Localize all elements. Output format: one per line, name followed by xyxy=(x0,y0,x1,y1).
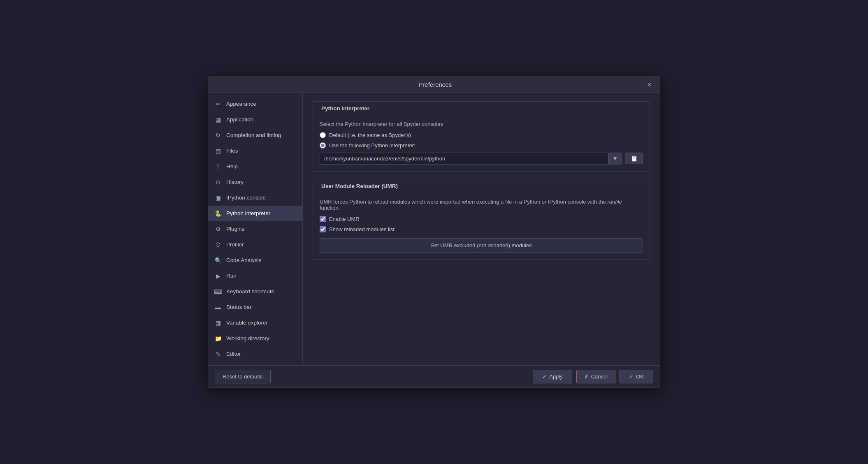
history-icon: ⊙ xyxy=(214,178,222,186)
python-interpreter-desc: Select the Python interpreter for all Sp… xyxy=(320,121,643,127)
show-reloaded-label: Show reloaded modules list xyxy=(329,226,395,232)
sidebar-label-history: History xyxy=(226,179,244,185)
sidebar-label-keyboard: Keyboard shortcuts xyxy=(226,288,274,295)
sidebar-item-appearance[interactable]: ✏Appearance xyxy=(208,96,302,112)
umr-desc-end: function. xyxy=(320,205,340,211)
sidebar-item-python-interpreter[interactable]: 🐍Python interpreter xyxy=(208,206,302,221)
sidebar-label-variable-explorer: Variable explorer xyxy=(226,320,268,326)
browse-button[interactable]: 📋 xyxy=(625,153,643,164)
dialog-title: Preferences xyxy=(225,81,645,88)
sidebar-item-code-analysis[interactable]: 🔍Code Analysis xyxy=(208,253,302,268)
sidebar-label-status-bar: Status bar xyxy=(226,304,252,310)
sidebar-item-completion[interactable]: ↻Completion and linting xyxy=(208,128,302,143)
radio-custom-label: Use the following Python interpreter: xyxy=(329,142,415,148)
set-excluded-button[interactable]: Set UMR excluded (not reloaded) modules xyxy=(320,238,643,253)
radio-default[interactable] xyxy=(320,132,326,138)
sidebar-item-working-directory[interactable]: 📁Working directory xyxy=(208,331,302,346)
enable-umr-row: Enable UMR xyxy=(320,216,643,222)
sidebar-label-help: Help xyxy=(226,163,238,169)
apply-label: Apply xyxy=(549,374,563,380)
sidebar-label-ipython: IPython console xyxy=(226,195,266,201)
sidebar-item-keyboard[interactable]: ⌨Keyboard shortcuts xyxy=(208,284,302,299)
radio-default-label: Default (i.e. the same as Spyder's) xyxy=(329,132,411,138)
path-input-wrapper: ▼ xyxy=(320,153,622,165)
umr-header: User Module Reloader (UMR) xyxy=(313,179,650,193)
sidebar-item-status-bar[interactable]: ▬Status bar xyxy=(208,299,302,315)
sidebar-item-profiler[interactable]: ⏱Profiler xyxy=(208,237,302,253)
sidebar-label-working-directory: Working directory xyxy=(226,335,269,341)
show-reloaded-checkbox[interactable] xyxy=(320,226,326,232)
umr-runfile: runfile xyxy=(607,199,622,205)
sidebar-item-editor[interactable]: ✎Editor xyxy=(208,346,302,362)
dialog-footer: Reset to defaults ✓ Apply ✗ Cancel ✓ OK xyxy=(208,365,660,387)
sidebar-label-completion: Completion and linting xyxy=(226,132,281,138)
path-dropdown-arrow[interactable]: ▼ xyxy=(608,153,621,164)
sidebar-item-ipython[interactable]: ▣IPython console xyxy=(208,190,302,206)
sidebar-item-variable-explorer[interactable]: ▦Variable explorer xyxy=(208,315,302,331)
sidebar-item-run[interactable]: ▶Run xyxy=(208,268,302,284)
sidebar-label-run: Run xyxy=(226,273,237,279)
umr-desc-text: UMR forces Python to reload modules whic… xyxy=(320,199,607,205)
appearance-icon: ✏ xyxy=(214,100,222,108)
ok-button[interactable]: ✓ OK xyxy=(620,370,653,383)
sidebar-label-appearance: Appearance xyxy=(226,101,256,107)
cancel-icon: ✗ xyxy=(584,374,589,380)
code-analysis-icon: 🔍 xyxy=(214,256,222,264)
umr-content: UMR forces Python to reload modules whic… xyxy=(313,193,650,259)
reset-defaults-button[interactable]: Reset to defaults xyxy=(215,370,271,383)
sidebar: ✏Appearance▦Application↻Completion and l… xyxy=(208,93,303,365)
editor-icon: ✎ xyxy=(214,350,222,358)
sidebar-label-editor: Editor xyxy=(226,351,241,357)
sidebar-item-files[interactable]: ▤Files xyxy=(208,143,302,159)
apply-icon: ✓ xyxy=(542,374,547,380)
sidebar-label-application: Application xyxy=(226,116,253,123)
cancel-label: Cancel xyxy=(591,374,608,380)
sidebar-item-application[interactable]: ▦Application xyxy=(208,112,302,128)
files-icon: ▤ xyxy=(214,147,222,155)
enable-umr-label: Enable UMR xyxy=(329,216,360,222)
footer-actions: ✓ Apply ✗ Cancel ✓ OK xyxy=(533,370,653,383)
dialog-body: ✏Appearance▦Application↻Completion and l… xyxy=(208,93,660,365)
sidebar-label-code-analysis: Code Analysis xyxy=(226,257,262,263)
sidebar-label-files: Files xyxy=(226,148,238,154)
status-bar-icon: ▬ xyxy=(214,303,222,311)
profiler-icon: ⏱ xyxy=(214,241,222,249)
titlebar: Preferences × xyxy=(208,77,660,93)
ok-label: OK xyxy=(636,374,644,380)
sidebar-item-help[interactable]: ?Help xyxy=(208,159,302,174)
python-interpreter-section: Python interpreter Select the Python int… xyxy=(313,101,650,172)
sidebar-label-profiler: Profiler xyxy=(226,241,244,248)
close-button[interactable]: × xyxy=(645,81,653,88)
run-icon: ▶ xyxy=(214,272,222,280)
cancel-button[interactable]: ✗ Cancel xyxy=(576,370,615,383)
radio-default-row: Default (i.e. the same as Spyder's) xyxy=(320,132,643,138)
sidebar-item-plugins[interactable]: ⚙Plugins xyxy=(208,221,302,237)
application-icon: ▦ xyxy=(214,116,222,124)
path-row: ▼ 📋 xyxy=(320,153,643,165)
enable-umr-checkbox[interactable] xyxy=(320,216,326,222)
umr-section: User Module Reloader (UMR) UMR forces Py… xyxy=(313,179,650,260)
radio-custom-row: Use the following Python interpreter: xyxy=(320,142,643,148)
ipython-icon: ▣ xyxy=(214,194,222,202)
variable-explorer-icon: ▦ xyxy=(214,319,222,327)
python-interpreter-content: Select the Python interpreter for all Sp… xyxy=(313,115,650,171)
keyboard-icon: ⌨ xyxy=(214,288,222,296)
preferences-dialog: Preferences × ✏Appearance▦Application↻Co… xyxy=(208,77,660,388)
sidebar-item-history[interactable]: ⊙History xyxy=(208,174,302,190)
umr-desc: UMR forces Python to reload modules whic… xyxy=(320,199,643,211)
working-directory-icon: 📁 xyxy=(214,334,222,343)
show-reloaded-row: Show reloaded modules list xyxy=(320,226,643,232)
python-interpreter-icon: 🐍 xyxy=(214,209,222,218)
interpreter-path-input[interactable] xyxy=(320,153,608,164)
ok-icon: ✓ xyxy=(629,374,634,380)
main-content: Python interpreter Select the Python int… xyxy=(303,93,660,365)
sidebar-label-plugins: Plugins xyxy=(226,226,244,232)
apply-button[interactable]: ✓ Apply xyxy=(533,370,572,383)
completion-icon: ↻ xyxy=(214,131,222,139)
help-icon: ? xyxy=(214,162,222,171)
sidebar-label-python-interpreter: Python interpreter xyxy=(226,210,270,216)
plugins-icon: ⚙ xyxy=(214,225,222,233)
python-interpreter-header: Python interpreter xyxy=(313,102,650,115)
radio-custom[interactable] xyxy=(320,142,326,148)
